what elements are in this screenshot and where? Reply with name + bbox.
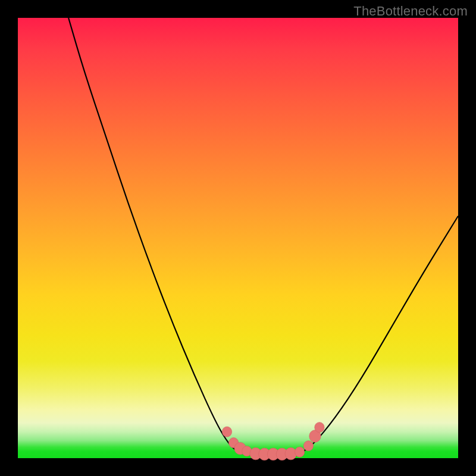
plot-area	[18, 18, 458, 458]
right-curve-path	[300, 216, 458, 454]
curve-layer	[18, 18, 458, 458]
watermark-text: TheBottleneck.com	[353, 4, 468, 19]
data-marker	[295, 447, 304, 457]
data-marker	[315, 422, 324, 433]
marker-group	[222, 422, 324, 461]
chart-frame: TheBottleneck.com	[0, 0, 476, 476]
data-marker	[303, 441, 313, 451]
left-curve-path	[68, 18, 247, 454]
data-marker	[222, 427, 231, 437]
